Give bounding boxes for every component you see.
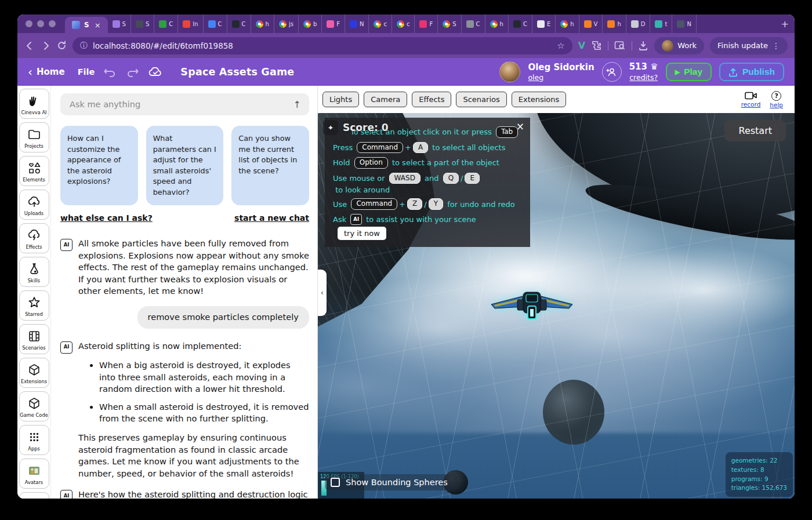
redo-icon[interactable] — [126, 67, 139, 77]
sidebar-item-game-code[interactable]: Game Code — [19, 391, 49, 421]
browser-tab[interactable]: E — [532, 14, 556, 33]
browser-tab[interactable]: h — [485, 14, 509, 33]
bookmark-star-icon[interactable]: ☆ — [557, 41, 564, 51]
site-info-icon[interactable]: ⓘ — [80, 41, 88, 51]
sidebar-item-extensions[interactable]: Extensions — [19, 358, 49, 388]
browser-tab[interactable]: N — [345, 14, 369, 33]
panel-button-extensions[interactable]: Extensions — [512, 92, 567, 107]
browser-tab[interactable]: t — [650, 14, 672, 33]
sidebar-item-avatars[interactable]: Avatars — [19, 459, 49, 489]
player-spaceship[interactable] — [490, 289, 574, 321]
left-sidebar: Cinevva AIProjectsElementsUploadsEffects… — [17, 86, 51, 499]
sidebar-item-uploads[interactable]: Uploads — [19, 190, 49, 220]
help-button[interactable]: ? help — [770, 91, 783, 108]
sidebar-item-projects[interactable]: Projects — [19, 122, 49, 152]
browser-tab[interactable]: c — [392, 14, 415, 33]
reload-icon[interactable] — [57, 41, 67, 50]
try-it-now-button[interactable]: try it now — [338, 227, 386, 240]
sidebar-item-label: Projects — [24, 143, 44, 149]
record-button[interactable]: record — [741, 91, 761, 108]
browser-tab[interactable]: h — [603, 14, 626, 33]
suggestion-card[interactable]: How can I customize the appearance of th… — [60, 126, 138, 205]
collapse-chat-handle[interactable]: ‹ — [318, 270, 327, 316]
back-icon[interactable] — [24, 41, 35, 51]
browser-tab[interactable]: h — [556, 14, 579, 33]
active-tab[interactable]: S × — [65, 17, 108, 33]
undo-icon[interactable] — [104, 67, 117, 77]
new-tab-button[interactable]: + — [781, 19, 789, 30]
vue-devtools-icon[interactable]: V — [578, 40, 585, 51]
browser-tab[interactable]: V — [579, 14, 603, 33]
more-menu-icon[interactable]: ⋮ — [772, 41, 780, 50]
browser-tab[interactable]: C — [509, 14, 532, 33]
restart-button[interactable]: Restart — [724, 120, 786, 141]
address-bar[interactable]: ⓘ localhost:8080/#/edit/6tomf019858 ☆ — [72, 37, 572, 54]
project-title: Space Assets Game — [180, 66, 294, 78]
suggestion-card[interactable]: Can you show me the current list of obje… — [231, 126, 309, 205]
browser-tab[interactable]: N — [672, 14, 696, 33]
send-icon[interactable]: ↑ — [293, 99, 301, 110]
suggestion-card[interactable]: What parameters can I adjust for the sma… — [146, 126, 224, 205]
browser-tab[interactable]: b — [299, 14, 322, 33]
browser-tab[interactable]: C — [462, 14, 485, 33]
sidebar-item-scenarios[interactable]: Scenarios — [19, 324, 49, 354]
browser-tab[interactable]: S — [438, 14, 461, 33]
sparkle-icon: ✦ — [323, 120, 338, 135]
browser-tab[interactable]: C — [204, 14, 227, 33]
browser-tab[interactable]: F — [322, 14, 345, 33]
tab-close-icon[interactable]: × — [95, 21, 101, 30]
downloads-icon[interactable] — [638, 41, 648, 51]
sidebar-item-starred[interactable]: Starred — [19, 290, 49, 321]
sidebar-item-effects[interactable]: Effects — [19, 223, 49, 253]
sidebar-item-elements[interactable]: Elements — [19, 156, 49, 186]
credits-link[interactable]: credits? — [629, 73, 658, 82]
browser-tab[interactable]: F — [415, 14, 438, 33]
browser-tab[interactable]: S — [131, 14, 154, 33]
3d-scene-canvas[interactable]: ✦ Score: 0 × To select an object click o… — [318, 113, 795, 499]
tooltip-close-icon[interactable]: × — [516, 121, 524, 132]
sidebar-item-apps[interactable]: Apps — [19, 425, 49, 455]
tab-title: C — [242, 21, 246, 27]
forward-icon[interactable] — [41, 41, 51, 51]
sidebar-item-partial[interactable] — [19, 492, 49, 499]
chat-input[interactable] — [68, 99, 293, 110]
play-button[interactable]: ▶ Play — [666, 63, 712, 81]
finish-update-button[interactable]: Finish update ⋮ — [710, 37, 788, 54]
tooltip-line: Hold Option to select a part of the obje… — [333, 157, 522, 169]
browser-tab[interactable]: C — [154, 14, 178, 33]
extensions-puzzle-icon[interactable] — [591, 40, 602, 51]
home-button[interactable]: ‹ Home — [28, 66, 65, 78]
new-chat-link[interactable]: start a new chat — [234, 213, 309, 223]
sidebar-item-skills[interactable]: Skills — [19, 257, 49, 287]
show-bounding-spheres-toggle[interactable]: Show Bounding Spheres — [325, 474, 458, 490]
window-controls[interactable] — [26, 20, 56, 27]
browser-tab[interactable]: h — [251, 14, 274, 33]
tab-title: In — [193, 21, 198, 27]
publish-button[interactable]: Publish — [719, 63, 784, 81]
user-avatar[interactable] — [499, 61, 520, 82]
user-handle-link[interactable]: oleg — [528, 73, 594, 82]
checkbox-icon[interactable] — [331, 478, 340, 487]
tab-favicon-icon — [208, 20, 216, 28]
window-minimize-icon[interactable] — [37, 20, 44, 27]
window-zoom-icon[interactable] — [49, 20, 56, 27]
tab-search-icon[interactable] — [614, 41, 626, 50]
browser-tab[interactable]: C — [227, 14, 251, 33]
profile-chip[interactable]: Work — [654, 37, 704, 54]
browser-tab[interactable]: c — [369, 14, 392, 33]
invite-people-icon[interactable] — [602, 62, 622, 82]
panel-button-camera[interactable]: Camera — [364, 92, 407, 107]
what-else-link[interactable]: what else can I ask? — [60, 213, 153, 223]
browser-tab[interactable]: S — [108, 14, 131, 33]
browser-tab[interactable]: js — [274, 14, 299, 33]
panel-button-scenarios[interactable]: Scenarios — [456, 92, 506, 107]
url-text[interactable]: localhost:8080/#/edit/6tomf019858 — [93, 41, 233, 50]
browser-tab[interactable]: In — [178, 14, 203, 33]
browser-tab[interactable]: D — [626, 14, 651, 33]
panel-button-lights[interactable]: Lights — [322, 92, 359, 107]
file-menu[interactable]: File — [78, 67, 95, 77]
tab-title: S — [452, 21, 456, 27]
window-close-icon[interactable] — [26, 20, 32, 27]
sidebar-item-cinevva-ai[interactable]: Cinevva AI — [19, 89, 49, 119]
panel-button-effects[interactable]: Effects — [412, 92, 451, 107]
